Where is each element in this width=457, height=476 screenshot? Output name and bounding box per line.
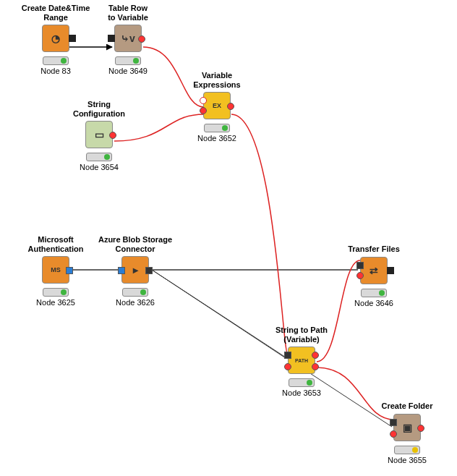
node-status [122, 288, 148, 297]
node-string-to-path[interactable]: String to Path (Variable) PATH Node 3653 [262, 326, 341, 397]
node-icon: EX [203, 92, 231, 119]
node-icon: ⤷v [114, 25, 142, 52]
node-microsoft-authentication[interactable]: Microsoft Authentication MS Node 3625 [16, 235, 95, 307]
node-status [204, 124, 230, 132]
node-label: Node 3652 [177, 134, 257, 143]
node-title: String to Path (Variable) [262, 326, 341, 344]
node-title: Azure Blob Storage Connector [95, 235, 175, 253]
node-label: Node 3655 [367, 456, 447, 464]
node-label: Node 3653 [262, 388, 341, 397]
textbox-icon: ▭ [95, 129, 104, 140]
expression-icon: EX [213, 103, 221, 109]
node-icon: ▣ [393, 414, 421, 441]
node-table-row-to-variable[interactable]: Table Row to Variable ⤷v Node 3649 [88, 4, 168, 75]
node-icon: MS [42, 256, 69, 284]
node-icon: ⇄ [360, 257, 388, 284]
node-title: Variable Expressions [177, 71, 257, 89]
node-title: Transfer Files [334, 245, 414, 254]
node-icon: ▸ [121, 256, 149, 284]
node-title: Table Row to Variable [88, 4, 168, 22]
node-title: Create Folder [367, 401, 447, 411]
node-variable-expressions[interactable]: Variable Expressions EX Node 3652 [177, 71, 257, 143]
node-icon: PATH [288, 347, 315, 374]
node-icon: ▭ [85, 121, 113, 148]
node-label: Node 3646 [334, 299, 414, 307]
node-status [43, 56, 69, 65]
node-label: Node 3649 [88, 67, 168, 75]
node-status [86, 153, 112, 161]
workflow-canvas[interactable]: { "nodes": { "n1": {"title":"Create Date… [0, 0, 457, 476]
node-status [43, 288, 69, 297]
node-title: String Configuration [59, 100, 139, 118]
node-title: Create Date&Time Range [16, 4, 95, 22]
node-icon: ◔ [42, 25, 69, 52]
node-azure-blob-connector[interactable]: Azure Blob Storage Connector ▸ Node 3626 [95, 235, 175, 307]
play-icon: ▸ [133, 265, 138, 275]
node-create-folder[interactable]: Create Folder ▣ Node 3655 [367, 401, 447, 464]
node-status [289, 378, 315, 387]
node-status [394, 446, 420, 454]
node-label: Node 3626 [95, 298, 175, 307]
folder-icon: ▣ [403, 422, 412, 433]
table-var-icon: ⤷v [121, 33, 135, 43]
node-create-datetime-range[interactable]: Create Date&Time Range ◔ Node 83 [16, 4, 95, 75]
node-label: Node 3625 [16, 298, 95, 307]
node-title: Microsoft Authentication [16, 235, 95, 253]
node-transfer-files[interactable]: Transfer Files ⇄ Node 3646 [334, 245, 414, 307]
key-icon: MS [51, 267, 61, 273]
path-icon: PATH [295, 358, 308, 363]
node-status [115, 56, 141, 65]
node-string-configuration[interactable]: String Configuration ▭ Node 3654 [59, 100, 139, 171]
transfer-icon: ⇄ [370, 265, 378, 276]
node-label: Node 3654 [59, 163, 139, 171]
node-status [361, 289, 387, 297]
clock-icon: ◔ [51, 33, 60, 43]
node-label: Node 83 [16, 67, 95, 75]
